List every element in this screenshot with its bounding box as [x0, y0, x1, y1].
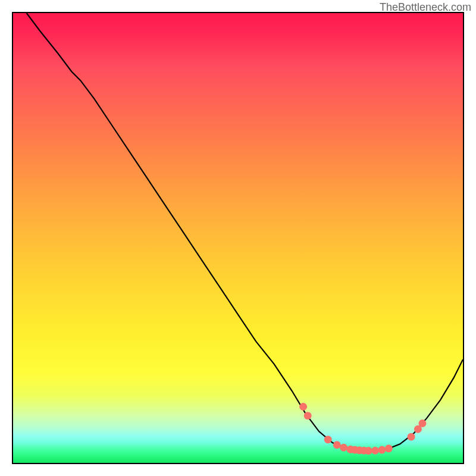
plot-area — [12, 12, 464, 464]
data-marker — [408, 433, 415, 441]
chart-container: TheBottleneck.com — [0, 0, 476, 476]
data-marker — [299, 403, 307, 411]
data-marker — [333, 441, 341, 449]
data-marker — [418, 419, 426, 427]
bottleneck-curve — [27, 13, 463, 451]
data-marker — [378, 446, 386, 454]
curve-path — [27, 13, 463, 451]
data-marker — [304, 412, 312, 419]
marker-points — [299, 403, 426, 455]
watermark-label: TheBottleneck.com — [380, 1, 471, 14]
curve-layer — [13, 13, 463, 463]
data-marker — [371, 447, 379, 455]
data-marker — [340, 444, 347, 452]
data-marker — [365, 447, 372, 455]
data-marker — [324, 436, 332, 443]
data-marker — [385, 444, 393, 452]
